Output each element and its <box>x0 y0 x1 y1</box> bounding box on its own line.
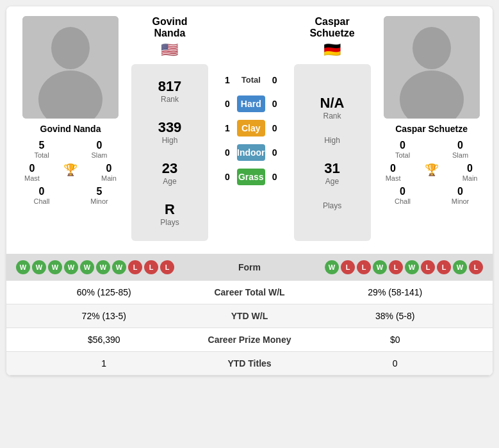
p1-titles: 1 <box>16 358 192 369</box>
p2-rank-label: Rank <box>323 112 341 120</box>
ytd-wl-label: YTD W/L <box>192 311 307 321</box>
player2-stats: 0 Total 0 Slam 0 Mast 🏆 <box>374 138 489 207</box>
surface-table: 1 Total 0 0 Hard 0 1 Clay 0 0 Indoor 0 <box>211 16 291 241</box>
p1-prize: $56,390 <box>16 335 192 345</box>
form-badge-p2: W <box>453 260 467 274</box>
plays-stat: R Plays <box>160 201 179 227</box>
hard-p1: 0 <box>218 99 237 109</box>
prize-label: Career Prize Money <box>192 335 307 345</box>
career-total-wl-row: 60% (125-85) Career Total W/L 29% (58-14… <box>6 281 493 304</box>
p2-high-label: High <box>324 136 340 145</box>
surface-row-hard: 0 Hard 0 <box>218 95 284 112</box>
form-badge-p1: L <box>160 260 174 274</box>
ytd-wl-row: 72% (13-5) YTD W/L 38% (5-8) <box>6 304 493 328</box>
player2-avatar <box>384 16 480 119</box>
form-badge-p2: L <box>357 260 371 274</box>
player1-flag: 🇺🇸 <box>152 42 187 58</box>
rank-stat: 817 Rank <box>158 78 182 104</box>
form-badge-p1: W <box>80 260 94 274</box>
player2-main: 0 <box>467 163 473 174</box>
rank-value: 817 <box>158 78 182 95</box>
player1-slam: 0 <box>97 140 102 151</box>
p1-ytd-wl: 72% (13-5) <box>16 311 192 321</box>
svg-point-1 <box>51 27 90 69</box>
player1-panel: Govind Nanda 5 Total 0 Slam 0 Ma <box>13 16 128 241</box>
high-stat: 339 High <box>158 119 182 145</box>
player1-chall: 0 <box>39 186 45 197</box>
player2-form: WLLWLWLLWL <box>325 260 483 274</box>
player1-name: Govind Nanda <box>40 124 101 134</box>
p2-plays-stat: Plays <box>323 201 341 210</box>
player2-flag: 🇩🇪 <box>309 42 354 58</box>
player2-trophy-icon: 🏆 <box>425 163 439 177</box>
total-p2: 0 <box>265 75 284 85</box>
prize-row: $56,390 Career Prize Money $0 <box>6 328 493 352</box>
form-badge-p1: L <box>144 260 158 274</box>
form-label: Form <box>238 262 261 272</box>
player2-mast-label: Mast <box>386 174 401 182</box>
form-badge-p1: W <box>32 260 46 274</box>
titles-row: 1 YTD Titles 0 <box>6 352 493 376</box>
player2-slam-label: Slam <box>452 151 468 159</box>
p2-rank-value: N/A <box>320 95 345 112</box>
plays-value: R <box>165 201 175 218</box>
form-badge-p2: W <box>405 260 419 274</box>
player1-total: 5 <box>39 140 45 151</box>
clay-badge: Clay <box>237 120 265 137</box>
p2-total-wl: 29% (58-141) <box>307 287 484 297</box>
player2-center-name: CasparSchuetze <box>309 16 354 39</box>
p1-total-wl: 60% (125-85) <box>16 287 192 297</box>
plays-label: Plays <box>160 218 179 227</box>
player1-form: WWWWWWWLLL <box>16 260 174 274</box>
indoor-p1: 0 <box>218 147 237 158</box>
player1-center-name: GovindNanda <box>152 16 187 39</box>
form-badge-p1: W <box>16 260 30 274</box>
player2-chall-label: Chall <box>395 197 411 205</box>
grass-p1: 0 <box>218 172 237 182</box>
player2-slam: 0 <box>457 140 463 151</box>
age-stat: 23 Age <box>162 160 177 186</box>
svg-point-4 <box>413 27 451 69</box>
surface-row-clay: 1 Clay 0 <box>218 120 284 137</box>
age-label: Age <box>163 177 176 186</box>
surface-row-total: 1 Total 0 <box>218 72 284 88</box>
form-badge-p1: W <box>112 260 126 274</box>
rank-label: Rank <box>161 95 179 104</box>
p2-prize: $0 <box>307 335 484 345</box>
form-badge-p2: W <box>373 260 387 274</box>
player1-avatar <box>22 16 119 119</box>
form-badge-p2: L <box>469 260 483 274</box>
player2-name: Caspar Schuetze <box>395 124 468 134</box>
p2-rank-stat: N/A Rank <box>320 95 345 120</box>
form-badge-p1: W <box>48 260 62 274</box>
p2-age-stat: 31 Age <box>324 160 339 186</box>
form-section: WWWWWWWLLL Form WLLWLWLLWL <box>6 254 493 281</box>
form-badge-p2: L <box>389 260 403 274</box>
player1-chall-label: Chall <box>33 197 49 205</box>
player2-minor: 0 <box>457 186 463 197</box>
player1-mast: 0 <box>29 163 35 174</box>
total-p1: 1 <box>218 75 237 85</box>
hard-badge: Hard <box>237 95 265 112</box>
form-badge-p2: W <box>325 260 339 274</box>
surface-row-grass: 0 Grass 0 <box>218 169 284 185</box>
high-label: High <box>162 136 178 145</box>
player1-total-label: Total <box>34 151 49 159</box>
form-badge-p2: L <box>421 260 435 274</box>
player1-minor: 5 <box>97 186 102 197</box>
high-value: 339 <box>158 119 182 136</box>
p2-high-stat: High <box>324 136 340 145</box>
player2-panel: Caspar Schuetze 0 Total 0 Slam 0 <box>374 16 489 241</box>
form-badge-p1: L <box>128 260 142 274</box>
p2-ytd-wl: 38% (5-8) <box>307 311 484 321</box>
age-value: 23 <box>162 160 177 177</box>
form-badge-p1: W <box>96 260 110 274</box>
clay-p2: 0 <box>265 123 284 133</box>
player2-total: 0 <box>400 140 405 151</box>
clay-p1: 1 <box>218 123 237 133</box>
form-badge-p2: L <box>437 260 451 274</box>
player1-mast-label: Mast <box>24 174 40 182</box>
player1-main: 0 <box>106 163 112 174</box>
hard-p2: 0 <box>265 99 284 109</box>
player1-trophy-icon: 🏆 <box>63 163 78 177</box>
